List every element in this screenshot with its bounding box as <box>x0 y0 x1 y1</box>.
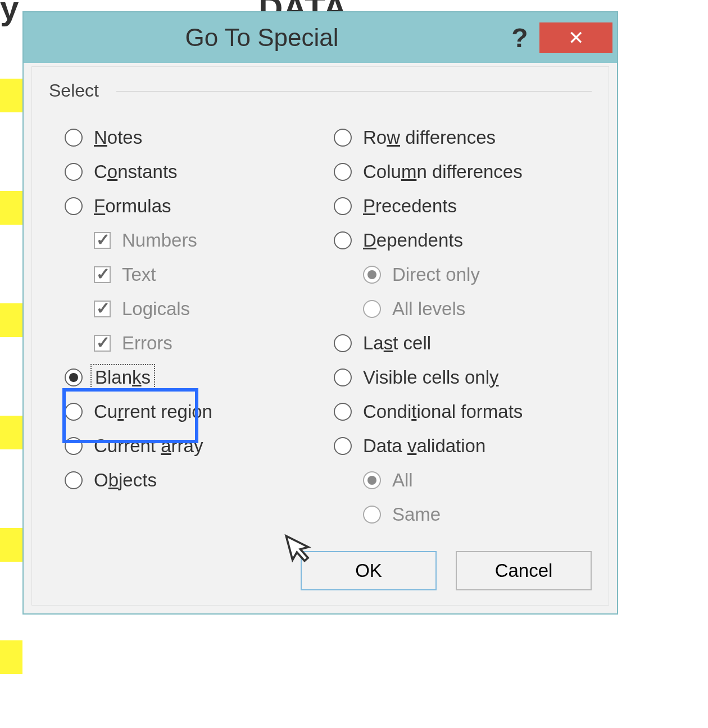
checkbox-icon <box>94 301 111 317</box>
radio-current-array[interactable]: Current array <box>65 429 323 463</box>
option-label-constants: Constants <box>90 160 181 184</box>
option-label-notes: Notes <box>90 125 146 150</box>
checkbox-errors[interactable]: Errors <box>65 326 323 360</box>
radio-data-validation[interactable]: Data validation <box>334 429 592 463</box>
radio-icon <box>334 163 352 181</box>
option-label-numbers: Numbers <box>119 228 201 253</box>
dialog-content: Select NotesConstantsFormulasNumbersText… <box>31 66 609 606</box>
radio-blanks[interactable]: Blanks <box>65 360 323 394</box>
radio-icon <box>65 471 83 489</box>
checkbox-logicals[interactable]: Logicals <box>65 292 323 326</box>
radio-icon <box>363 471 381 489</box>
radio-direct-only[interactable]: Direct only <box>334 257 592 292</box>
radio-icon <box>65 163 83 181</box>
radio-all-levels[interactable]: All levels <box>334 292 592 326</box>
option-label-formulas: Formulas <box>90 194 175 219</box>
option-label-row-diff: Row differences <box>360 125 499 150</box>
radio-icon <box>65 368 83 386</box>
radio-icon <box>363 266 381 284</box>
option-label-col-diff: Column differences <box>360 160 526 184</box>
go-to-special-dialog: Go To Special ? ✕ Select NotesConstantsF… <box>22 11 618 615</box>
radio-icon <box>65 403 83 421</box>
option-label-all-levels: All levels <box>389 297 469 321</box>
radio-same[interactable]: Same <box>334 497 592 531</box>
radio-row-diff[interactable]: Row differences <box>334 120 592 154</box>
radio-current-region[interactable]: Current region <box>65 394 323 429</box>
dialog-title: Go To Special <box>24 24 500 52</box>
dialog-buttons: OK Cancel <box>301 551 592 590</box>
radio-icon <box>334 197 352 215</box>
option-label-all: All <box>389 468 416 493</box>
radio-visible[interactable]: Visible cells only <box>334 360 592 394</box>
close-button[interactable]: ✕ <box>539 22 612 53</box>
options-column-right: Row differencesColumn differencesPrecede… <box>334 120 592 531</box>
radio-icon <box>363 300 381 318</box>
option-label-text: Text <box>119 262 160 287</box>
option-label-current-region: Current region <box>90 399 216 424</box>
radio-icon <box>65 437 83 455</box>
bg-cell-left: y <box>0 0 19 28</box>
option-label-direct-only: Direct only <box>389 262 483 287</box>
group-separator <box>116 91 592 92</box>
radio-objects[interactable]: Objects <box>65 463 323 497</box>
ok-button[interactable]: OK <box>301 551 437 590</box>
option-label-dependents: Dependents <box>360 228 466 253</box>
cancel-button[interactable]: Cancel <box>456 551 592 590</box>
titlebar: Go To Special ? ✕ <box>24 12 617 63</box>
radio-icon <box>334 403 352 421</box>
help-icon[interactable]: ? <box>500 22 539 53</box>
option-label-errors: Errors <box>119 331 176 356</box>
radio-col-diff[interactable]: Column differences <box>334 154 592 189</box>
radio-precedents[interactable]: Precedents <box>334 189 592 223</box>
option-label-last-cell: Last cell <box>360 331 434 356</box>
radio-icon <box>334 437 352 455</box>
options-column-left: NotesConstantsFormulasNumbersTextLogical… <box>49 120 334 531</box>
radio-icon <box>334 231 352 249</box>
option-label-objects: Objects <box>90 468 160 493</box>
radio-dependents[interactable]: Dependents <box>334 223 592 257</box>
radio-icon <box>363 506 381 524</box>
option-label-blanks: Blanks <box>90 364 155 391</box>
radio-constants[interactable]: Constants <box>65 154 323 189</box>
checkbox-icon <box>94 232 111 249</box>
radio-icon <box>334 334 352 352</box>
radio-icon <box>65 129 83 147</box>
radio-cond-formats[interactable]: Conditional formats <box>334 394 592 429</box>
radio-last-cell[interactable]: Last cell <box>334 326 592 360</box>
option-label-cond-formats: Conditional formats <box>360 399 526 424</box>
radio-icon <box>334 129 352 147</box>
checkbox-text[interactable]: Text <box>65 257 323 292</box>
radio-formulas[interactable]: Formulas <box>65 189 323 223</box>
option-label-visible: Visible cells only <box>360 365 502 390</box>
close-icon: ✕ <box>568 28 584 47</box>
option-label-current-array: Current array <box>90 434 206 458</box>
option-label-precedents: Precedents <box>360 194 460 219</box>
radio-icon <box>65 197 83 215</box>
option-label-data-validation: Data validation <box>360 434 489 458</box>
radio-notes[interactable]: Notes <box>65 120 323 154</box>
checkbox-icon <box>94 266 111 283</box>
option-label-same: Same <box>389 502 444 527</box>
radio-all[interactable]: All <box>334 463 592 497</box>
option-label-logicals: Logicals <box>119 297 193 321</box>
checkbox-icon <box>94 335 111 352</box>
checkbox-numbers[interactable]: Numbers <box>65 223 323 257</box>
radio-icon <box>334 368 352 386</box>
